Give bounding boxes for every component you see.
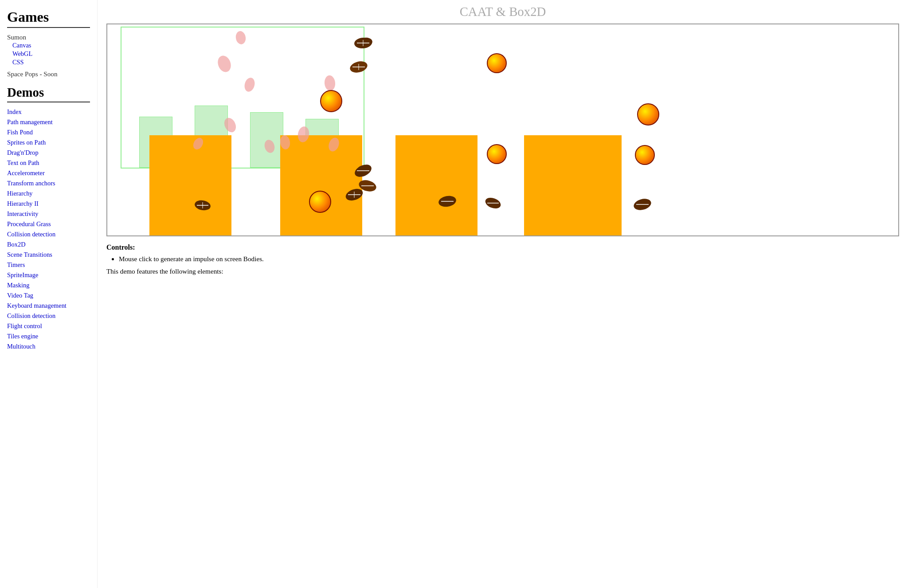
games-title: Games (7, 9, 90, 25)
collision-detection-link[interactable]: Collision detection (7, 230, 90, 239)
sidebar: Games Sumon Canvas WebGL CSS Space Pops … (0, 0, 98, 588)
description: This demo features the following element… (106, 267, 899, 275)
timers-link[interactable]: Timers (7, 261, 90, 269)
keyboard-management-link[interactable]: Keyboard management (7, 302, 90, 310)
sprite-image-link[interactable]: SpriteImage (7, 271, 90, 279)
css-link[interactable]: CSS (7, 58, 90, 67)
tiles-engine-link[interactable]: Tiles engine (7, 332, 90, 341)
accelerometer-link[interactable]: Accelerometer (7, 169, 90, 177)
orange-platform-2 (280, 135, 362, 236)
page-title: CAAT & Box2D (106, 4, 899, 19)
path-management-link[interactable]: Path management (7, 118, 90, 126)
orange-platform-1 (149, 135, 231, 236)
football-2 (349, 61, 368, 73)
soccer-ball-5 (635, 145, 655, 165)
orange-platform-4 (524, 135, 622, 236)
football-6 (358, 180, 377, 192)
video-tag-link[interactable]: Video Tag (7, 291, 90, 300)
sprites-on-path-link[interactable]: Sprites on Path (7, 138, 90, 147)
football-9 (633, 198, 652, 211)
hierarchy-link[interactable]: Hierarchy (7, 189, 90, 198)
controls-section: Controls: Mouse click to generate an imp… (106, 243, 899, 275)
soccer-ball-2 (487, 53, 507, 73)
collision-detection2-link[interactable]: Collision detection (7, 312, 90, 320)
fish-pond-link[interactable]: Fish Pond (7, 128, 90, 137)
text-on-path-link[interactable]: Text on Path (7, 159, 90, 167)
football-top-right (353, 37, 373, 49)
dragndrop-link[interactable]: Drag'n'Drop (7, 149, 90, 157)
webgl-link[interactable]: WebGL (7, 50, 90, 58)
sumon-label: Sumon (7, 33, 90, 41)
football-4 (194, 200, 211, 211)
masking-link[interactable]: Masking (7, 281, 90, 290)
soccer-ball-1 (320, 90, 342, 112)
orange-platform-3 (395, 135, 477, 236)
main-content: CAAT & Box2D (98, 0, 908, 588)
soccer-ball-4 (637, 103, 659, 125)
soccer-ball-6 (309, 191, 331, 213)
space-pops-label: Space Pops - Soon (7, 70, 90, 78)
scene-transitions-link[interactable]: Scene Transitions (7, 251, 90, 259)
football-5 (353, 165, 373, 177)
box2d-link[interactable]: Box2D (7, 240, 90, 249)
controls-list: Mouse click to generate an impulse on sc… (119, 255, 899, 263)
procedural-grass-link[interactable]: Procedural Grass (7, 220, 90, 228)
hierarchy-ii-link[interactable]: Hierarchy II (7, 200, 90, 208)
soccer-ball-3 (487, 144, 507, 164)
multitouch-link[interactable]: Multitouch (7, 342, 90, 351)
football-7 (438, 195, 457, 208)
transform-anchors-link[interactable]: Transform anchors (7, 179, 90, 188)
canvas-area[interactable] (106, 24, 899, 236)
demos-divider (7, 102, 90, 102)
games-divider (7, 27, 90, 28)
football-8 (484, 197, 502, 209)
control-item-1: Mouse click to generate an impulse on sc… (119, 255, 899, 263)
controls-title: Controls: (106, 243, 899, 251)
demos-title: Demos (7, 85, 90, 100)
demo-links: IndexPath managementFish PondSprites on … (7, 108, 90, 351)
canvas-link[interactable]: Canvas (7, 41, 90, 50)
interactivity-link[interactable]: Interactivity (7, 210, 90, 218)
index-link[interactable]: Index (7, 108, 90, 116)
flight-control-link[interactable]: Flight control (7, 322, 90, 330)
